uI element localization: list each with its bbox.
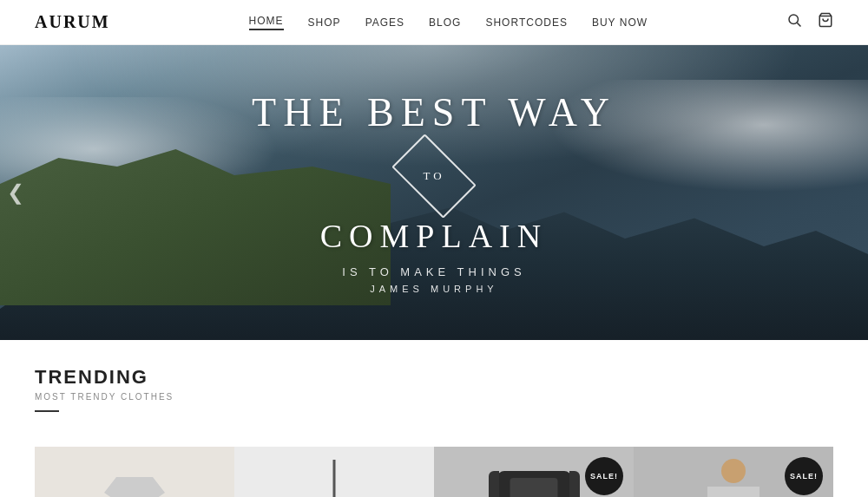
product-card-2[interactable] — [234, 447, 434, 497]
product-card-1[interactable] — [35, 447, 234, 497]
hero-content: THE BEST WAY TO COMPLAIN IS TO MAKE THIN… — [252, 91, 616, 293]
hero-author: JAMES MURPHY — [252, 284, 616, 294]
hero-diamond: TO — [386, 146, 482, 206]
backpack-strap-left — [489, 471, 499, 498]
trending-divider — [35, 410, 59, 412]
product-grid: SALE! AS·AP SALE! CHEAPMONBOYWOMBO — [0, 429, 868, 497]
backpack-shape: AS·AP — [497, 471, 571, 498]
person-torso: CHEAPMONBOYWOMBO — [707, 487, 760, 497]
nav-blog[interactable]: BLOG — [429, 16, 461, 29]
nav-shop[interactable]: SHOP — [308, 16, 341, 29]
zipper-line — [333, 460, 336, 497]
svg-point-0 — [789, 15, 799, 24]
header-icons — [786, 12, 833, 32]
header: AURUM HOME SHOP PAGES BLOG SHORTCODES BU… — [0, 0, 868, 45]
product-image-2 — [234, 447, 434, 497]
trending-subtitle: MOST TRENDY CLOTHES — [35, 392, 833, 402]
backpack-top-pocket — [510, 478, 558, 498]
trending-section: TRENDING MOST TRENDY CLOTHES — [0, 340, 868, 429]
cart-icon[interactable] — [818, 12, 833, 32]
person-figure: CHEAPMONBOYWOMBO — [701, 455, 766, 497]
zipper-item — [317, 460, 352, 497]
shirt-silhouette — [104, 477, 165, 497]
trending-title: TRENDING — [35, 366, 833, 389]
backpack-strap-right — [569, 471, 580, 498]
hero-title-line1: THE BEST WAY — [252, 91, 616, 135]
sale-badge-3: SALE! — [585, 457, 623, 495]
product-image-1 — [35, 447, 234, 497]
hero-title-line3: COMPLAIN — [252, 217, 616, 257]
sale-badge-4: SALE! — [785, 457, 823, 495]
main-nav: HOME SHOP PAGES BLOG SHORTCODES BUY NOW — [249, 15, 648, 30]
nav-pages[interactable]: PAGES — [365, 16, 404, 29]
product-card-3[interactable]: SALE! AS·AP — [434, 447, 634, 497]
nav-shortcodes[interactable]: SHORTCODES — [485, 16, 567, 29]
nav-home[interactable]: HOME — [249, 15, 284, 30]
search-icon[interactable] — [786, 12, 802, 32]
logo[interactable]: AURUM — [35, 12, 110, 32]
product-card-4[interactable]: SALE! CHEAPMONBOYWOMBO — [634, 447, 833, 497]
hero-prev-arrow[interactable]: ❮ — [7, 180, 24, 205]
hero-subtitle-line: IS TO MAKE THINGS — [252, 265, 616, 278]
svg-line-1 — [797, 23, 800, 26]
person-head — [721, 459, 746, 483]
hero-section: ❮ THE BEST WAY TO COMPLAIN IS TO MAKE TH… — [0, 45, 868, 340]
nav-buy-now[interactable]: BUY NOW — [592, 16, 648, 29]
hero-diamond-text: TO — [423, 169, 444, 183]
